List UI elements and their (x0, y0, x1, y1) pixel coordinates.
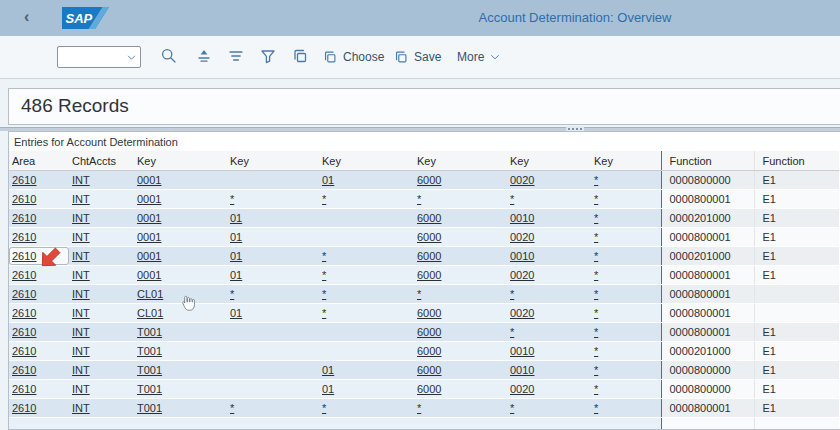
table-cell[interactable]: 0000800001 (661, 399, 754, 418)
table-cell[interactable]: 0001 (134, 171, 227, 190)
table-cell[interactable]: 01 (227, 247, 319, 266)
table-cell[interactable]: 0020 (507, 304, 591, 323)
table-cell[interactable]: INT (69, 190, 134, 209)
table-cell[interactable]: * (591, 190, 661, 209)
table-cell[interactable]: * (591, 228, 661, 247)
table-cell[interactable]: E1 (754, 361, 839, 380)
table-cell[interactable]: INT (69, 342, 134, 361)
table-cell[interactable]: 0000800001 (661, 323, 754, 342)
table-cell[interactable]: 6000 (414, 228, 507, 247)
table-cell[interactable]: INT (69, 171, 134, 190)
table-cell[interactable]: E1 (754, 342, 839, 361)
table-cell[interactable]: 0010 (507, 361, 591, 380)
table-cell[interactable]: E1 (754, 171, 839, 190)
table-cell[interactable]: 0020 (507, 266, 591, 285)
table-cell[interactable]: INT (69, 228, 134, 247)
table-cell[interactable]: * (227, 399, 319, 418)
table-cell[interactable]: 6000 (414, 247, 507, 266)
table-cell[interactable]: * (414, 190, 507, 209)
table-cell[interactable]: * (319, 190, 414, 209)
copy-button[interactable] (290, 47, 310, 67)
table-cell[interactable]: 01 (319, 171, 414, 190)
find-button[interactable] (159, 47, 179, 67)
table-cell[interactable]: 0000800001 (661, 190, 754, 209)
table-cell[interactable]: T001 (134, 380, 227, 399)
column-header-key-4[interactable]: Key (414, 151, 507, 171)
table-cell[interactable]: 6000 (414, 380, 507, 399)
back-button[interactable]: ‹ (24, 9, 29, 25)
table-cell[interactable]: E1 (754, 190, 839, 209)
save-button[interactable]: Save (393, 46, 441, 68)
table-cell[interactable]: 2610 (9, 266, 69, 285)
table-cell[interactable]: 2610 (9, 285, 69, 304)
table-cell[interactable] (319, 209, 414, 228)
table-cell[interactable]: * (507, 190, 591, 209)
sort-descending-button[interactable] (226, 47, 246, 67)
table-cell[interactable]: INT (69, 209, 134, 228)
table-cell[interactable]: 2610 (9, 361, 69, 380)
table-cell[interactable]: * (319, 304, 414, 323)
table-cell[interactable]: 6000 (414, 361, 507, 380)
table-cell[interactable]: 0020 (507, 380, 591, 399)
table-cell[interactable]: 0000201000 (661, 342, 754, 361)
table-cell[interactable]: 6000 (414, 323, 507, 342)
table-cell[interactable] (227, 323, 319, 342)
table-cell[interactable]: * (591, 209, 661, 228)
table-cell[interactable]: 2610 (9, 304, 69, 323)
table-cell[interactable]: * (591, 342, 661, 361)
table-cell[interactable] (227, 361, 319, 380)
table-cell[interactable]: * (591, 361, 661, 380)
table-cell[interactable]: * (591, 285, 661, 304)
table-cell[interactable]: E1 (754, 209, 839, 228)
table-cell[interactable]: 0000201000 (661, 209, 754, 228)
column-header-key-2[interactable]: Key (227, 151, 319, 171)
table-cell[interactable]: * (591, 171, 661, 190)
filter-button[interactable] (258, 47, 278, 67)
table-cell[interactable]: INT (69, 285, 134, 304)
table-cell[interactable] (754, 285, 839, 304)
table-cell[interactable]: 6000 (414, 209, 507, 228)
table-cell[interactable]: 0000800001 (661, 285, 754, 304)
table-cell[interactable]: 0010 (507, 247, 591, 266)
column-header-chtaccts[interactable]: ChtAccts (69, 151, 134, 171)
table-cell[interactable]: 2610 (9, 323, 69, 342)
table-cell[interactable]: 0001 (134, 247, 227, 266)
table-cell[interactable]: 2610 (9, 209, 69, 228)
table-cell[interactable]: 0020 (507, 171, 591, 190)
table-cell[interactable]: 0000800000 (661, 171, 754, 190)
table-cell[interactable]: 0000800001 (661, 266, 754, 285)
table-cell[interactable]: 01 (227, 266, 319, 285)
table-cell[interactable]: * (319, 399, 414, 418)
table-cell[interactable]: * (319, 266, 414, 285)
table-cell[interactable]: 2610 (9, 399, 69, 418)
column-header-key-6[interactable]: Key (591, 151, 661, 171)
column-header-area[interactable]: Area (9, 151, 69, 171)
table-cell[interactable]: 0000800001 (661, 228, 754, 247)
table-cell[interactable]: 01 (227, 304, 319, 323)
table-cell[interactable]: 6000 (414, 342, 507, 361)
table-cell[interactable]: * (591, 323, 661, 342)
table-cell[interactable]: 0000800001 (661, 304, 754, 323)
table-cell[interactable]: * (319, 247, 414, 266)
table-cell[interactable]: 2610 (9, 228, 69, 247)
table-cell[interactable]: * (591, 266, 661, 285)
table-cell[interactable] (227, 342, 319, 361)
table-cell[interactable]: * (507, 323, 591, 342)
table-cell[interactable]: T001 (134, 342, 227, 361)
table-cell[interactable]: * (227, 285, 319, 304)
table-cell[interactable]: 2610 (9, 190, 69, 209)
table-cell[interactable] (319, 342, 414, 361)
more-button[interactable]: More (457, 46, 501, 68)
table-cell[interactable]: T001 (134, 323, 227, 342)
table-cell[interactable]: * (507, 285, 591, 304)
choose-button[interactable]: Choose (322, 46, 384, 68)
table-cell[interactable]: 2610 (9, 171, 69, 190)
table-cell[interactable]: INT (69, 361, 134, 380)
table-cell[interactable]: 0000800000 (661, 380, 754, 399)
table-cell[interactable]: 0001 (134, 190, 227, 209)
column-header-function[interactable]: Function (661, 151, 754, 171)
table-cell[interactable]: INT (69, 247, 134, 266)
table-cell[interactable]: * (414, 399, 507, 418)
table-cell[interactable]: * (319, 285, 414, 304)
table-cell[interactable]: 0010 (507, 342, 591, 361)
